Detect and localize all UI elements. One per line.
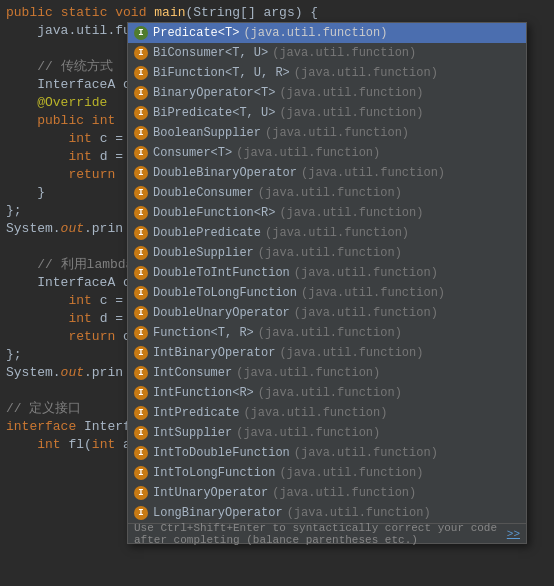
item-name-17: IntConsumer	[153, 366, 232, 380]
autocomplete-item-6[interactable]: I Consumer<T> (java.util.function)	[128, 143, 526, 163]
item-icon-6: I	[134, 146, 148, 160]
item-package-21: (java.util.function)	[294, 446, 438, 460]
item-icon-9: I	[134, 206, 148, 220]
autocomplete-item-23[interactable]: I IntUnaryOperator (java.util.function)	[128, 483, 526, 503]
item-name-22: IntToLongFunction	[153, 466, 275, 480]
item-package-22: (java.util.function)	[279, 466, 423, 480]
item-icon-1: I	[134, 46, 148, 60]
item-name-12: DoubleToIntFunction	[153, 266, 290, 280]
item-icon-23: I	[134, 486, 148, 500]
item-icon-14: I	[134, 306, 148, 320]
item-package-2: (java.util.function)	[294, 66, 438, 80]
item-package-6: (java.util.function)	[236, 146, 380, 160]
item-package-0: (java.util.function)	[243, 26, 387, 40]
autocomplete-item-11[interactable]: I DoubleSupplier (java.util.function)	[128, 243, 526, 263]
item-package-23: (java.util.function)	[272, 486, 416, 500]
autocomplete-item-12[interactable]: I DoubleToIntFunction (java.util.functio…	[128, 263, 526, 283]
item-package-3: (java.util.function)	[279, 86, 423, 100]
autocomplete-item-10[interactable]: I DoublePredicate (java.util.function)	[128, 223, 526, 243]
item-icon-13: I	[134, 286, 148, 300]
autocomplete-item-21[interactable]: I IntToDoubleFunction (java.util.functio…	[128, 443, 526, 463]
item-name-11: DoubleSupplier	[153, 246, 254, 260]
item-icon-20: I	[134, 426, 148, 440]
autocomplete-item-4[interactable]: I BiPredicate<T, U> (java.util.function)	[128, 103, 526, 123]
autocomplete-item-17[interactable]: I IntConsumer (java.util.function)	[128, 363, 526, 383]
item-icon-7: I	[134, 166, 148, 180]
item-icon-0: I	[134, 26, 148, 40]
item-icon-8: I	[134, 186, 148, 200]
code-line-1: public static void main(String[] args) {	[0, 4, 554, 22]
item-package-5: (java.util.function)	[265, 126, 409, 140]
item-package-10: (java.util.function)	[265, 226, 409, 240]
item-icon-17: I	[134, 366, 148, 380]
item-name-9: DoubleFunction<R>	[153, 206, 275, 220]
item-package-14: (java.util.function)	[294, 306, 438, 320]
item-icon-3: I	[134, 86, 148, 100]
item-name-1: BiConsumer<T, U>	[153, 46, 268, 60]
autocomplete-item-15[interactable]: I Function<T, R> (java.util.function)	[128, 323, 526, 343]
item-name-15: Function<T, R>	[153, 326, 254, 340]
item-icon-15: I	[134, 326, 148, 340]
item-icon-16: I	[134, 346, 148, 360]
autocomplete-item-0[interactable]: I Predicate<T> (java.util.function)	[128, 23, 526, 43]
item-name-19: IntPredicate	[153, 406, 239, 420]
footer-text: Use Ctrl+Shift+Enter to syntactically co…	[134, 522, 500, 546]
item-name-3: BinaryOperator<T>	[153, 86, 275, 100]
item-package-11: (java.util.function)	[258, 246, 402, 260]
item-package-4: (java.util.function)	[279, 106, 423, 120]
item-package-18: (java.util.function)	[258, 386, 402, 400]
autocomplete-item-7[interactable]: I DoubleBinaryOperator (java.util.functi…	[128, 163, 526, 183]
item-icon-11: I	[134, 246, 148, 260]
item-package-15: (java.util.function)	[258, 326, 402, 340]
item-package-1: (java.util.function)	[272, 46, 416, 60]
item-name-4: BiPredicate<T, U>	[153, 106, 275, 120]
autocomplete-item-20[interactable]: I IntSupplier (java.util.function)	[128, 423, 526, 443]
autocomplete-item-16[interactable]: I IntBinaryOperator (java.util.function)	[128, 343, 526, 363]
autocomplete-item-9[interactable]: I DoubleFunction<R> (java.util.function)	[128, 203, 526, 223]
item-package-16: (java.util.function)	[279, 346, 423, 360]
footer-link[interactable]: >>	[507, 528, 520, 540]
item-icon-24: I	[134, 506, 148, 520]
autocomplete-item-24[interactable]: I LongBinaryOperator (java.util.function…	[128, 503, 526, 523]
autocomplete-footer: Use Ctrl+Shift+Enter to syntactically co…	[128, 523, 526, 543]
item-name-13: DoubleToLongFunction	[153, 286, 297, 300]
item-name-16: IntBinaryOperator	[153, 346, 275, 360]
autocomplete-item-3[interactable]: I BinaryOperator<T> (java.util.function)	[128, 83, 526, 103]
autocomplete-dropdown[interactable]: I Predicate<T> (java.util.function) I Bi…	[127, 22, 527, 544]
item-icon-18: I	[134, 386, 148, 400]
item-package-8: (java.util.function)	[258, 186, 402, 200]
item-package-24: (java.util.function)	[287, 506, 431, 520]
item-name-21: IntToDoubleFunction	[153, 446, 290, 460]
item-name-5: BooleanSupplier	[153, 126, 261, 140]
item-name-2: BiFunction<T, U, R>	[153, 66, 290, 80]
item-package-20: (java.util.function)	[236, 426, 380, 440]
autocomplete-item-14[interactable]: I DoubleUnaryOperator (java.util.functio…	[128, 303, 526, 323]
autocomplete-item-22[interactable]: I IntToLongFunction (java.util.function)	[128, 463, 526, 483]
item-name-18: IntFunction<R>	[153, 386, 254, 400]
item-icon-5: I	[134, 126, 148, 140]
item-package-7: (java.util.function)	[301, 166, 445, 180]
autocomplete-item-1[interactable]: I BiConsumer<T, U> (java.util.function)	[128, 43, 526, 63]
item-package-12: (java.util.function)	[294, 266, 438, 280]
item-name-8: DoubleConsumer	[153, 186, 254, 200]
autocomplete-item-2[interactable]: I BiFunction<T, U, R> (java.util.functio…	[128, 63, 526, 83]
autocomplete-item-13[interactable]: I DoubleToLongFunction (java.util.functi…	[128, 283, 526, 303]
autocomplete-item-19[interactable]: I IntPredicate (java.util.function)	[128, 403, 526, 423]
item-icon-22: I	[134, 466, 148, 480]
item-package-9: (java.util.function)	[279, 206, 423, 220]
item-icon-19: I	[134, 406, 148, 420]
item-package-13: (java.util.function)	[301, 286, 445, 300]
autocomplete-list: I Predicate<T> (java.util.function) I Bi…	[128, 23, 526, 523]
item-name-0: Predicate<T>	[153, 26, 239, 40]
item-name-24: LongBinaryOperator	[153, 506, 283, 520]
autocomplete-item-18[interactable]: I IntFunction<R> (java.util.function)	[128, 383, 526, 403]
item-name-6: Consumer<T>	[153, 146, 232, 160]
item-name-20: IntSupplier	[153, 426, 232, 440]
item-name-23: IntUnaryOperator	[153, 486, 268, 500]
item-name-10: DoublePredicate	[153, 226, 261, 240]
autocomplete-item-8[interactable]: I DoubleConsumer (java.util.function)	[128, 183, 526, 203]
item-icon-10: I	[134, 226, 148, 240]
autocomplete-item-5[interactable]: I BooleanSupplier (java.util.function)	[128, 123, 526, 143]
item-icon-2: I	[134, 66, 148, 80]
item-icon-12: I	[134, 266, 148, 280]
